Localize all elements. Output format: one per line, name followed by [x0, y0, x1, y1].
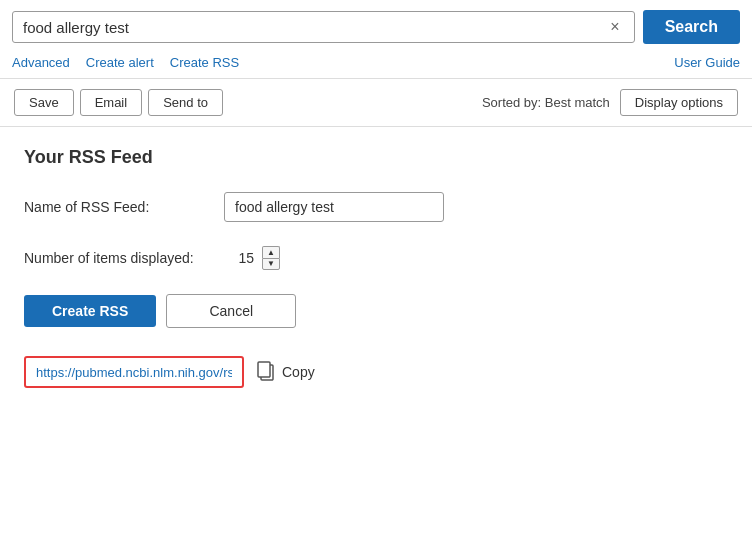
send-to-button[interactable]: Send to — [148, 89, 223, 116]
clear-icon[interactable]: × — [606, 18, 623, 36]
search-input-wrapper: × — [12, 11, 635, 43]
toolbar-left: Save Email Send to — [14, 89, 223, 116]
rss-heading: Your RSS Feed — [24, 147, 728, 168]
items-label: Number of items displayed: — [24, 250, 224, 266]
cancel-button[interactable]: Cancel — [166, 294, 296, 328]
spinner-up[interactable]: ▲ — [262, 246, 280, 258]
search-bar-area: × Search Advanced Create alert Create RS… — [0, 0, 752, 79]
items-value: 15 — [224, 250, 254, 266]
rss-name-input[interactable] — [224, 192, 444, 222]
toolbar: Save Email Send to Sorted by: Best match… — [0, 79, 752, 127]
create-rss-link[interactable]: Create RSS — [170, 55, 239, 70]
email-button[interactable]: Email — [80, 89, 143, 116]
number-input-wrapper: 15 ▲ ▼ — [224, 246, 280, 270]
spinner-down[interactable]: ▼ — [262, 258, 280, 270]
items-spinner[interactable]: ▲ ▼ — [262, 246, 280, 270]
search-links-left: Advanced Create alert Create RSS — [12, 55, 239, 70]
url-input-wrapper — [24, 356, 244, 388]
url-row: Copy — [24, 356, 728, 388]
name-form-row: Name of RSS Feed: — [24, 192, 728, 222]
sorted-by-label: Sorted by: Best match — [482, 95, 610, 110]
user-guide-link[interactable]: User Guide — [674, 55, 740, 70]
rss-url-input[interactable] — [36, 365, 232, 380]
user-guide-link-wrapper: User Guide — [674, 54, 740, 70]
copy-label: Copy — [282, 364, 315, 380]
search-button[interactable]: Search — [643, 10, 740, 44]
create-rss-button[interactable]: Create RSS — [24, 295, 156, 327]
copy-button[interactable]: Copy — [256, 361, 315, 383]
search-links: Advanced Create alert Create RSS User Gu… — [12, 50, 740, 78]
svg-rect-1 — [258, 362, 270, 377]
action-row: Create RSS Cancel — [24, 294, 728, 328]
copy-icon — [256, 361, 276, 383]
name-label: Name of RSS Feed: — [24, 199, 224, 215]
items-form-row: Number of items displayed: 15 ▲ ▼ — [24, 246, 728, 270]
save-button[interactable]: Save — [14, 89, 74, 116]
display-options-button[interactable]: Display options — [620, 89, 738, 116]
main-content: Your RSS Feed Name of RSS Feed: Number o… — [0, 127, 752, 408]
search-row: × Search — [12, 10, 740, 44]
search-input[interactable] — [23, 19, 606, 36]
create-alert-link[interactable]: Create alert — [86, 55, 154, 70]
toolbar-right: Sorted by: Best match Display options — [482, 89, 738, 116]
advanced-link[interactable]: Advanced — [12, 55, 70, 70]
